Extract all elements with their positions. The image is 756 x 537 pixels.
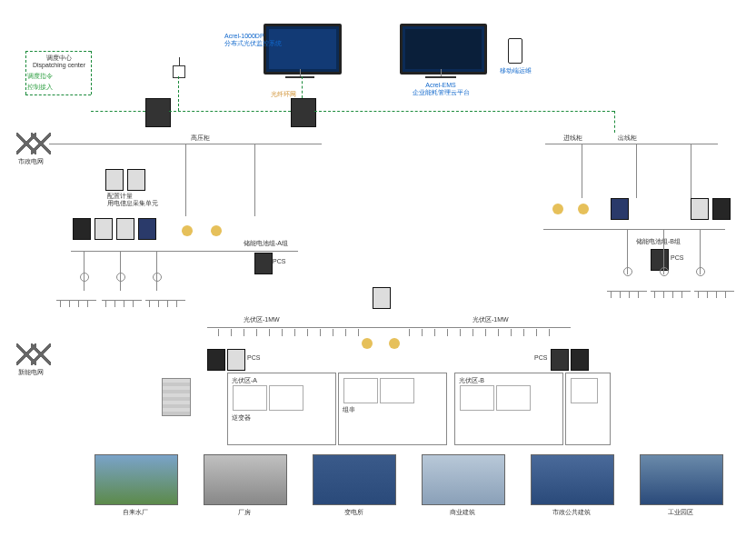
relay-device: [207, 349, 225, 371]
inverter-icon: [496, 385, 531, 411]
inverter-icon: [343, 378, 378, 403]
relay-device: [138, 218, 156, 240]
site-photo-4: [422, 454, 505, 505]
site-photo-1: [94, 454, 178, 505]
relay-device: [73, 218, 91, 240]
dispatch-frame-r: [91, 51, 93, 94]
inverter-icon: [571, 378, 598, 403]
dispatch-frame-t: [25, 51, 91, 53]
caption-4: 商业建筑: [422, 509, 503, 516]
busbar-right-top: [545, 144, 718, 144]
label-pcs: PCS: [534, 354, 547, 362]
gateway-right: [291, 98, 316, 127]
label-pcs: PCS: [247, 354, 260, 362]
site-photo-2: [204, 454, 287, 505]
busbar-left-top: [185, 144, 322, 144]
site-photo-3: [313, 454, 396, 505]
pv-cell-l2: 组串: [338, 373, 447, 445]
pylon-icon: [31, 343, 51, 365]
pcs-device: [551, 349, 569, 371]
monitor-acrel-ems: [400, 24, 487, 75]
meter-note: 配置计量用电信息采集单元: [107, 193, 162, 208]
pv-cell-l1: 光伏区-A 逆变器: [227, 373, 336, 445]
dispatch-line2: 控制接入: [27, 84, 53, 91]
phone-icon: [508, 38, 522, 64]
site-photo-5: [531, 454, 614, 505]
busbar-right-mid: [543, 229, 725, 230]
topology-diagram: 调度中心 Dispatching center 调度指令 控制接入 Acrel-…: [0, 0, 756, 537]
relay-device: [571, 349, 589, 371]
inverter-icon: [460, 385, 494, 411]
ct-icon: [211, 225, 222, 236]
caption-2: 厂房: [204, 509, 285, 516]
dispatch-title: 调度中心 Dispatching center: [27, 55, 91, 70]
label-pcs-r: PCS: [671, 254, 683, 262]
dispatch-line1: 调度指令: [27, 73, 53, 80]
pv-cell-r2: [565, 373, 611, 445]
label-left-grid: 市政电网: [18, 158, 44, 165]
relay-device: [712, 198, 731, 220]
busbar-left-mid: [71, 251, 298, 252]
ct-icon: [362, 338, 373, 349]
relay-device: [116, 218, 134, 240]
caption-6: 工业园区: [640, 509, 721, 516]
label-in-cabinet: 进线柜: [563, 134, 582, 142]
meter-device: [105, 169, 124, 191]
label-acrel-1000dp: Acrel-1000DP分布式光伏监控系统: [224, 33, 261, 48]
label-storage-l: 储能电池组-A组: [244, 240, 288, 247]
pylon-icon: [31, 133, 51, 154]
relay-device: [611, 198, 629, 220]
label-acrel-ems: Acrel-EMS企业能耗管理云平台: [409, 82, 472, 97]
label-out-cabinet: 出线柜: [618, 134, 637, 142]
pv-cell-r1: 光伏区-B: [454, 373, 563, 445]
caption-3: 变电所: [313, 509, 394, 516]
label-pv-r: 光伏区-1MW: [472, 316, 509, 323]
gateway-left: [145, 98, 171, 127]
ct-icon: [552, 204, 563, 214]
relay-device: [227, 349, 245, 371]
caption-5: 市政公共建筑: [531, 509, 612, 516]
ct-icon: [182, 225, 193, 236]
ct-icon: [389, 338, 400, 349]
label-mobile: 移动端运维: [495, 67, 535, 75]
relay-device: [691, 198, 709, 220]
label-fiber-ring: 光纤环网: [271, 91, 296, 98]
meter-device: [127, 169, 145, 191]
label-bottom-grid: 新能电网: [18, 369, 44, 376]
inverter-icon: [233, 385, 267, 411]
busbar-center: [207, 327, 571, 328]
site-photo-6: [640, 454, 723, 505]
relay-device: [94, 218, 113, 240]
caption-1: 自来水厂: [94, 509, 176, 516]
label-pcs: PCS: [273, 258, 285, 265]
inverter-icon: [269, 385, 303, 411]
cabinet-icon: [162, 378, 191, 416]
label-hv-cabinet: 高压柜: [191, 134, 210, 142]
ct-icon: [578, 204, 589, 214]
meter-center: [373, 287, 391, 309]
label-storage-r: 储能电池组-B组: [636, 238, 681, 245]
label-pv-l: 光伏区-1MW: [244, 316, 280, 323]
pcs-device: [254, 253, 273, 274]
dispatch-frame-b: [25, 94, 91, 96]
inverter-icon: [380, 378, 414, 403]
monitor-acrel-1000dp: [264, 24, 342, 75]
